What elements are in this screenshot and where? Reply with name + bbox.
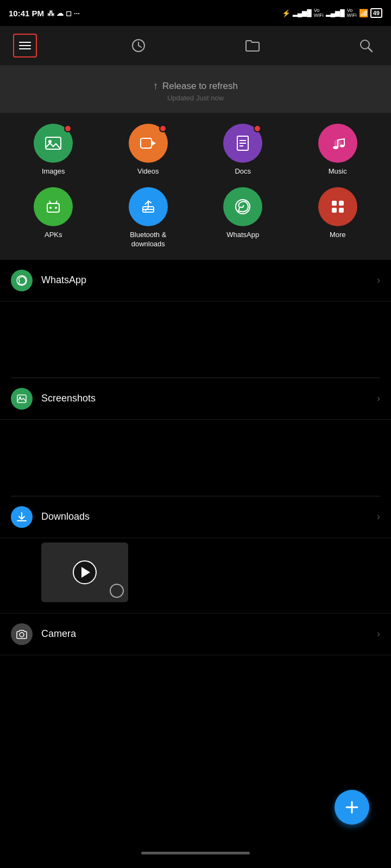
clock-icon — [131, 38, 146, 53]
whatsapp-list-icon — [16, 275, 28, 286]
bluetooth-icon-wrap — [129, 187, 168, 226]
screenshots-section-content — [0, 420, 391, 496]
music-icon-wrap — [318, 124, 357, 163]
docs-svg — [233, 133, 253, 153]
downloads-section-content[interactable] — [0, 542, 391, 613]
battery-indicator: 49 — [370, 8, 382, 18]
screenshots-chevron-icon: › — [377, 393, 380, 404]
signal-bars2-icon: ▂▄▆█ — [326, 9, 345, 17]
screenshots-section-item[interactable]: Screenshots › — [0, 378, 391, 420]
svg-rect-28 — [339, 208, 344, 213]
svg-point-34 — [20, 633, 24, 637]
vo-wifi-label: VoWiFi — [314, 8, 324, 18]
apks-icon-wrap — [34, 187, 73, 226]
bluetooth-circle — [129, 187, 168, 226]
status-right: ⚡ ▂▄▆█ VoWiFi ▂▄▆█ VoWiFi 📶 49 — [282, 8, 382, 18]
whatsapp-section-icon — [11, 270, 33, 291]
category-whatsapp[interactable]: WhatsApp — [198, 187, 288, 249]
downloads-section-icon — [11, 506, 33, 528]
videos-icon-wrap — [129, 124, 168, 163]
battery-level: 49 — [373, 10, 380, 16]
whatsapp-section-label: WhatsApp — [41, 275, 377, 286]
menu-button[interactable] — [13, 34, 37, 58]
more-icon-wrap — [318, 187, 357, 226]
whatsapp-section-item[interactable]: WhatsApp › — [0, 260, 391, 302]
videos-svg — [138, 133, 158, 153]
downloads-section-label: Downloads — [41, 511, 377, 522]
category-videos[interactable]: Videos — [104, 124, 193, 176]
videos-label: Videos — [137, 167, 159, 176]
music-label: Music — [329, 167, 347, 176]
more-circle — [318, 187, 357, 226]
category-docs[interactable]: Docs — [198, 124, 288, 176]
apks-svg — [43, 197, 63, 216]
whatsapp-section-content — [0, 302, 391, 378]
hamburger-icon — [19, 42, 31, 49]
categories-grid: Images Videos — [9, 124, 382, 249]
svg-rect-16 — [47, 203, 59, 212]
images-dot — [64, 125, 72, 132]
images-icon-wrap — [34, 124, 73, 163]
svg-point-19 — [49, 207, 52, 209]
svg-rect-7 — [141, 138, 152, 148]
docs-icon-wrap — [223, 124, 262, 163]
svg-point-20 — [55, 207, 57, 209]
music-circle — [318, 124, 357, 163]
category-music[interactable]: Music — [293, 124, 383, 176]
whatsapp-icon-wrap — [223, 187, 262, 226]
whatsapp-chevron-icon: › — [377, 275, 380, 286]
toolbar — [0, 26, 391, 65]
downloads-list-icon — [16, 511, 28, 523]
camera-section-item[interactable]: Camera › — [0, 613, 391, 655]
bluetooth-status-icon: ⚡ — [282, 9, 291, 17]
camera-section: Camera › — [0, 613, 391, 655]
downloads-chevron-icon: › — [377, 511, 380, 522]
refresh-banner: ↑ Release to refresh Updated Just now — [0, 65, 391, 113]
camera-list-icon — [16, 628, 28, 640]
fab-icon — [343, 799, 361, 816]
bluetooth-svg — [138, 197, 158, 216]
bottom-nav — [0, 838, 391, 868]
apks-label: APKs — [45, 231, 62, 240]
category-apks[interactable]: APKs — [9, 187, 98, 249]
folder-button[interactable] — [241, 34, 264, 58]
svg-point-15 — [340, 145, 344, 148]
svg-marker-8 — [152, 141, 156, 146]
search-button[interactable] — [354, 34, 378, 58]
video-thumbnail[interactable] — [41, 542, 128, 602]
svg-rect-25 — [332, 201, 337, 206]
whatsapp-circle — [223, 187, 262, 226]
images-svg — [43, 133, 63, 153]
camera-chevron-icon: › — [377, 628, 380, 640]
instagram-icon: ◻ — [66, 9, 72, 17]
vo-wifi2-label: VoWiFi — [347, 8, 357, 18]
videos-dot — [159, 125, 167, 132]
downloads-section-item[interactable]: Downloads › — [0, 496, 391, 538]
up-arrow-icon: ↑ — [153, 80, 158, 92]
music-svg — [328, 133, 348, 153]
category-more[interactable]: More — [293, 187, 383, 249]
whatsapp-grid-label: WhatsApp — [226, 231, 259, 240]
dots-icon: ··· — [74, 9, 80, 17]
recent-button[interactable] — [127, 34, 150, 58]
svg-rect-30 — [17, 395, 26, 403]
docs-dot — [254, 125, 261, 132]
whatsapp-section: WhatsApp › — [0, 260, 391, 378]
category-images[interactable]: Images — [9, 124, 98, 176]
svg-line-2 — [138, 46, 141, 47]
play-triangle-icon — [81, 567, 90, 578]
home-indicator[interactable] — [141, 852, 250, 854]
screenshots-list-icon — [16, 393, 28, 405]
notification-icons: ⁂ ☁ ◻ ··· — [47, 9, 80, 17]
more-svg — [328, 197, 348, 216]
play-button[interactable] — [73, 560, 97, 584]
more-label: More — [330, 231, 346, 240]
fab-button[interactable] — [335, 790, 369, 825]
apks-circle — [34, 187, 73, 226]
time-display: 10:41 PM — [9, 9, 44, 18]
cloud-icon: ☁ — [56, 9, 64, 17]
svg-rect-26 — [339, 201, 344, 206]
docs-label: Docs — [235, 167, 251, 176]
bluetooth-label: Bluetooth & downloads — [130, 231, 166, 249]
category-bluetooth[interactable]: Bluetooth & downloads — [104, 187, 193, 249]
